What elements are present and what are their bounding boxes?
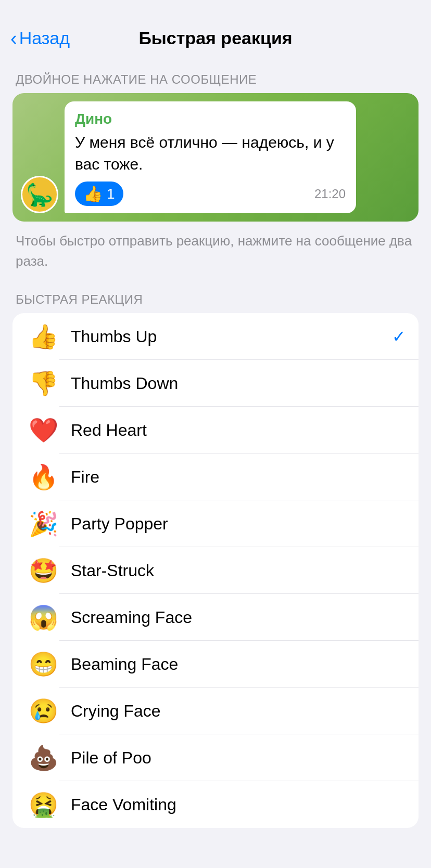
- avatar: 🦕: [21, 176, 58, 213]
- reaction-row-emoji: 🎉: [25, 510, 61, 538]
- reaction-row-emoji: 👍: [25, 322, 61, 351]
- chat-bubble-wrapper: 🦕 Дино У меня всё отлично — надеюсь, и у…: [21, 101, 410, 213]
- reaction-row[interactable]: 👎Thumbs Down: [12, 360, 419, 407]
- reaction-row[interactable]: 🎉Party Popper: [12, 500, 419, 547]
- reaction-row-emoji: ❤️: [25, 416, 61, 444]
- reaction-row[interactable]: ❤️Red Heart: [12, 407, 419, 454]
- chat-bubble: Дино У меня всё отлично — надеюсь, и у в…: [65, 101, 356, 213]
- chat-footer: 👍 1 21:20: [75, 182, 346, 206]
- reaction-row-emoji: 🤩: [25, 556, 61, 585]
- chevron-left-icon: ‹: [10, 29, 17, 48]
- double-tap-section-label: ДВОЙНОЕ НАЖАТИЕ НА СООБЩЕНИЕ: [0, 57, 431, 93]
- reaction-row-label: Star-Struck: [61, 561, 406, 580]
- reaction-row[interactable]: 😱Screaming Face: [12, 594, 419, 641]
- reaction-row-label: Screaming Face: [61, 608, 406, 627]
- reaction-row[interactable]: 💩Pile of Poo: [12, 734, 419, 781]
- quick-reaction-section-label: БЫСТРАЯ РЕАКЦИЯ: [0, 292, 431, 313]
- reaction-badge[interactable]: 👍 1: [75, 182, 123, 206]
- chat-time: 21:20: [314, 187, 346, 201]
- reaction-row-label: Pile of Poo: [61, 748, 406, 768]
- reaction-row-label: Crying Face: [61, 702, 406, 721]
- reaction-row-emoji: 🔥: [25, 463, 61, 491]
- reaction-row-emoji: 😢: [25, 697, 61, 725]
- reaction-row[interactable]: 👍Thumbs Up✓: [12, 313, 419, 360]
- reaction-row-label: Party Popper: [61, 514, 406, 534]
- reaction-row-label: Fire: [61, 468, 406, 487]
- reaction-row[interactable]: 🤩Star-Struck: [12, 547, 419, 594]
- reaction-count: 1: [107, 186, 115, 202]
- reactions-list: 👍Thumbs Up✓👎Thumbs Down❤️Red Heart🔥Fire🎉…: [12, 313, 419, 828]
- reaction-row-label: Thumbs Down: [61, 374, 406, 393]
- reaction-row-label: Face Vomiting: [61, 795, 406, 814]
- reaction-row-emoji: 🤮: [25, 791, 61, 819]
- reaction-emoji: 👍: [83, 185, 103, 203]
- reaction-row[interactable]: 😢Crying Face: [12, 688, 419, 734]
- page-title: Быстрая реакция: [138, 28, 292, 48]
- reaction-row-emoji: 👎: [25, 369, 61, 397]
- checkmark-icon: ✓: [392, 327, 406, 346]
- reaction-row[interactable]: 🤮Face Vomiting: [12, 781, 419, 828]
- chat-message: У меня всё отлично — надеюсь, и у вас то…: [75, 132, 346, 175]
- reaction-row[interactable]: 🔥Fire: [12, 454, 419, 500]
- reaction-row-label: Beaming Face: [61, 655, 406, 674]
- reaction-row-emoji: 😁: [25, 650, 61, 678]
- reaction-row-label: Thumbs Up: [61, 327, 387, 346]
- reaction-row-emoji: 😱: [25, 603, 61, 631]
- reaction-row[interactable]: 😁Beaming Face: [12, 641, 419, 688]
- avatar-emoji: 🦕: [26, 182, 53, 208]
- chat-sender: Дино: [75, 111, 346, 127]
- back-label: Назад: [19, 28, 70, 48]
- navigation-bar: ‹ Назад Быстрая реакция: [0, 0, 431, 57]
- chat-hint: Чтобы быстро отправить реакцию, нажмите …: [0, 222, 431, 292]
- chat-preview-card: 🦕 Дино У меня всё отлично — надеюсь, и у…: [12, 93, 419, 222]
- reaction-row-emoji: 💩: [25, 744, 61, 772]
- reaction-row-label: Red Heart: [61, 421, 406, 440]
- back-button[interactable]: ‹ Назад: [10, 28, 70, 48]
